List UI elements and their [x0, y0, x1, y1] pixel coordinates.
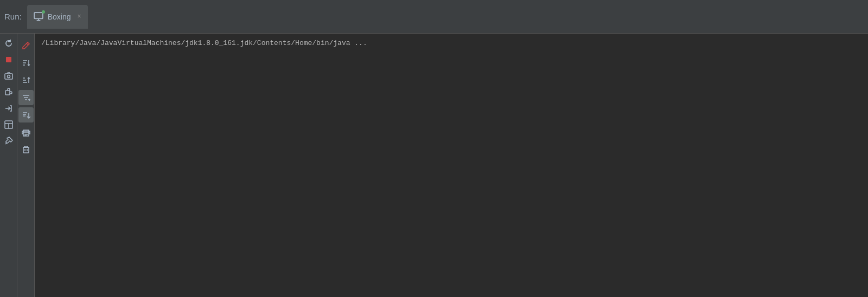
console-line-1: /Library/Java/JavaVirtualMachines/jdk1.8… — [41, 38, 861, 49]
rerun-icon[interactable] — [1, 36, 16, 51]
svg-line-12 — [27, 43, 28, 45]
filter-icon[interactable] — [18, 90, 34, 105]
delete-icon[interactable] — [18, 142, 34, 157]
svg-rect-3 — [6, 57, 11, 62]
tab-label: Boxing — [48, 12, 71, 21]
plugin-icon[interactable] — [1, 85, 16, 100]
edit-icon[interactable] — [18, 38, 34, 53]
main-content: /Library/Java/JavaVirtualMachines/jdk1.8… — [0, 34, 868, 297]
tab-close-button[interactable]: × — [78, 14, 81, 20]
boxing-tab[interactable]: Boxing × — [27, 5, 88, 29]
tab-monitor-icon-wrapper — [34, 12, 43, 22]
import-icon[interactable] — [18, 107, 34, 122]
sidebar-inner — [17, 34, 35, 297]
tab-bar: Run: Boxing × — [0, 0, 868, 34]
stop-icon[interactable] — [1, 52, 16, 67]
snapshot-icon[interactable] — [1, 68, 16, 83]
pin-icon[interactable] — [1, 133, 16, 148]
console-area: /Library/Java/JavaVirtualMachines/jdk1.8… — [35, 34, 868, 297]
exit-icon[interactable] — [1, 101, 16, 116]
sort-desc-icon[interactable] — [18, 55, 34, 70]
svg-rect-6 — [5, 91, 10, 95]
svg-rect-30 — [23, 147, 29, 153]
green-status-dot — [42, 10, 45, 14]
svg-rect-0 — [34, 12, 43, 18]
print-icon[interactable] — [18, 125, 34, 140]
sort-asc-icon[interactable] — [18, 73, 34, 88]
svg-rect-4 — [5, 74, 12, 79]
sidebar-outer — [0, 34, 17, 297]
svg-point-5 — [7, 75, 10, 78]
run-label: Run: — [4, 12, 22, 21]
layout-icon[interactable] — [1, 117, 16, 132]
